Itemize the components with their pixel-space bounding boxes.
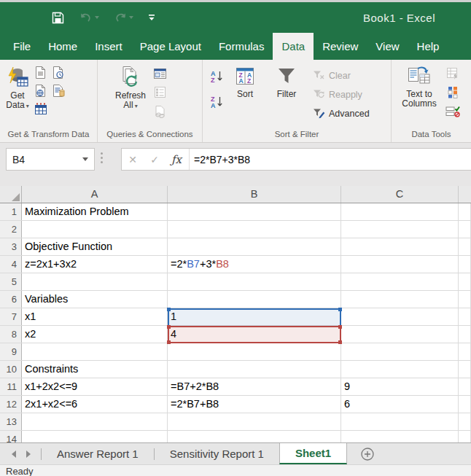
- ref-handle[interactable]: [167, 340, 171, 344]
- from-web-button[interactable]: [32, 82, 49, 99]
- sheet-tab-sheet1[interactable]: Sheet1: [279, 443, 347, 464]
- cell-C12[interactable]: 6: [341, 396, 459, 413]
- sort-button[interactable]: Z A A Z Sort: [228, 63, 262, 99]
- clear-button[interactable]: Clear: [313, 68, 370, 83]
- cell-B13[interactable]: [168, 413, 341, 430]
- cell-B1[interactable]: [168, 203, 341, 220]
- cell-B7[interactable]: 1: [168, 308, 341, 325]
- cell-A8[interactable]: x2: [22, 326, 168, 343]
- next-sheet-icon[interactable]: [26, 450, 31, 458]
- cell-C10[interactable]: [341, 361, 459, 378]
- cell-B3[interactable]: [168, 238, 341, 255]
- cell-A6[interactable]: Variables: [22, 291, 168, 308]
- cell-B5[interactable]: [168, 273, 341, 290]
- enter-button[interactable]: ✓: [144, 154, 166, 165]
- cell-C11[interactable]: 9: [341, 378, 459, 395]
- remove-duplicates-button[interactable]: [444, 84, 461, 101]
- from-text-csv-button[interactable]: [32, 64, 49, 81]
- advanced-filter-button[interactable]: Advanced: [313, 106, 370, 121]
- cell-C7[interactable]: [341, 308, 459, 325]
- formula-input[interactable]: =2*B7+3*B8: [194, 154, 250, 165]
- sheet-tab-sensitivity-report[interactable]: Sensitivity Report 1: [155, 443, 279, 464]
- data-validation-button[interactable]: [444, 103, 461, 120]
- row-header-8[interactable]: 8: [0, 326, 22, 343]
- cell-D13[interactable]: [459, 413, 471, 430]
- select-all-button[interactable]: [0, 186, 22, 203]
- get-data-button[interactable]: Get Data▾: [6, 63, 29, 111]
- customize-qat-button[interactable]: [148, 13, 155, 22]
- ref-handle[interactable]: [338, 340, 342, 344]
- cell-C5[interactable]: [341, 273, 459, 290]
- cell-D3[interactable]: [459, 238, 471, 255]
- edit-links-button[interactable]: [152, 103, 168, 120]
- cell-A2[interactable]: [22, 221, 168, 238]
- filter-button[interactable]: Filter: [268, 63, 305, 99]
- ref-handle[interactable]: [167, 308, 171, 311]
- row-header-11[interactable]: 11: [0, 378, 22, 395]
- row-header-14[interactable]: 14: [0, 431, 22, 442]
- row-header-12[interactable]: 12: [0, 396, 22, 413]
- sheet-tab-answer-report[interactable]: Answer Report 1: [42, 443, 154, 464]
- cell-A12[interactable]: 2x1+x2<=6: [22, 396, 168, 413]
- cell-A14[interactable]: [22, 431, 168, 442]
- refresh-all-button[interactable]: Refresh All▾: [115, 63, 146, 111]
- column-header-C[interactable]: C: [341, 186, 459, 203]
- row-header-2[interactable]: 2: [0, 221, 22, 238]
- cell-C13[interactable]: [341, 413, 459, 430]
- cell-A11[interactable]: x1+2x2<=9: [22, 378, 168, 395]
- cell-C6[interactable]: [341, 291, 459, 308]
- cell-C14[interactable]: [341, 431, 459, 442]
- tab-file[interactable]: File: [4, 33, 39, 60]
- tab-home[interactable]: Home: [39, 33, 86, 60]
- redo-button[interactable]: [114, 12, 133, 23]
- previous-sheet-icon[interactable]: [12, 450, 16, 458]
- cell-D4[interactable]: [459, 256, 471, 273]
- column-header-D-partial[interactable]: [459, 186, 471, 203]
- existing-connections-button[interactable]: [50, 82, 66, 99]
- cell-C1[interactable]: [341, 203, 459, 220]
- cancel-button[interactable]: ✕: [122, 154, 144, 165]
- cell-C9[interactable]: [341, 343, 459, 360]
- cell-B8[interactable]: 4: [168, 326, 341, 343]
- ref-handle[interactable]: [338, 325, 342, 329]
- column-header-A[interactable]: A: [22, 186, 168, 203]
- cell-D5[interactable]: [459, 273, 471, 290]
- cell-A10[interactable]: Constraints: [22, 361, 168, 378]
- ref-handle[interactable]: [338, 308, 342, 311]
- row-header-13[interactable]: 13: [0, 413, 22, 430]
- queries-connections-pane-button[interactable]: [152, 65, 168, 82]
- cell-B4[interactable]: =2*B7+3*B8: [168, 256, 341, 273]
- cell-A5[interactable]: [22, 273, 168, 290]
- cell-A1[interactable]: Maximization Problem: [22, 203, 168, 220]
- flash-fill-button[interactable]: [444, 65, 461, 82]
- formula-bar-grip[interactable]: [101, 152, 103, 163]
- cell-B14[interactable]: [168, 431, 341, 442]
- cell-D10[interactable]: [459, 361, 471, 378]
- cell-D8[interactable]: [459, 326, 471, 343]
- cell-A9[interactable]: [22, 343, 168, 360]
- cell-A4[interactable]: z=2x1+3x2: [22, 256, 168, 273]
- cell-D9[interactable]: [459, 343, 471, 360]
- cell-A7[interactable]: x1: [22, 308, 168, 325]
- cell-C2[interactable]: [341, 221, 459, 238]
- cell-B12[interactable]: =2*B7+B8: [168, 396, 341, 413]
- cell-D12[interactable]: [459, 396, 471, 413]
- sort-az-button[interactable]: A Z: [209, 68, 225, 85]
- recent-sources-button[interactable]: [50, 64, 66, 81]
- cell-D2[interactable]: [459, 221, 471, 238]
- tab-insert[interactable]: Insert: [86, 33, 131, 60]
- cell-B2[interactable]: [168, 221, 341, 238]
- cell-B11[interactable]: =B7+2*B8: [168, 378, 341, 395]
- name-box[interactable]: B4: [6, 148, 95, 171]
- tab-help[interactable]: Help: [408, 33, 448, 60]
- tab-review[interactable]: Review: [314, 33, 367, 60]
- cell-D1[interactable]: [459, 203, 471, 220]
- undo-button[interactable]: [79, 12, 99, 23]
- tab-formulas[interactable]: Formulas: [210, 33, 273, 60]
- cell-C4[interactable]: [341, 256, 459, 273]
- cell-B9[interactable]: [168, 343, 341, 360]
- cell-C8[interactable]: [341, 326, 459, 343]
- from-table-range-button[interactable]: [32, 101, 49, 117]
- tab-page-layout[interactable]: Page Layout: [131, 33, 210, 60]
- reapply-button[interactable]: Reapply: [313, 87, 370, 102]
